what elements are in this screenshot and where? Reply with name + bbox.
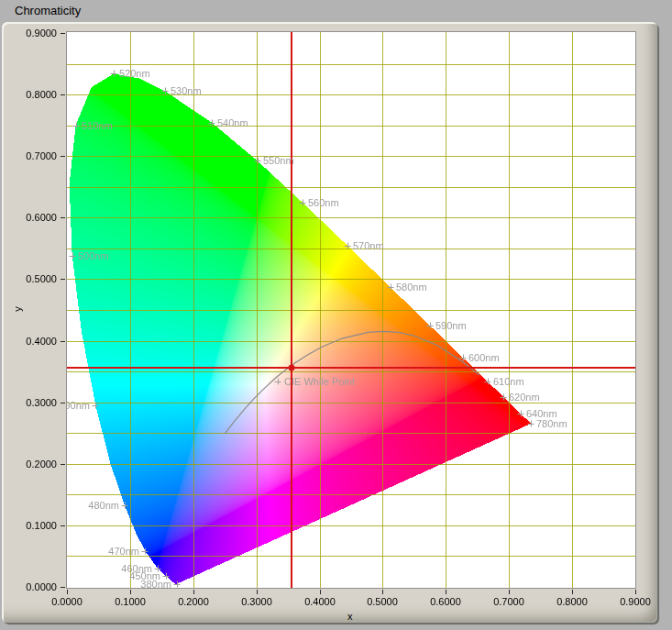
- x-tick-label: 0.9000: [612, 596, 658, 608]
- x-tick-mark: [67, 590, 68, 594]
- y-tick-label: 0.9000: [13, 28, 57, 39]
- x-tick-label: 0.2000: [171, 596, 216, 608]
- x-tick-label: 0.4000: [297, 596, 343, 608]
- x-tick-label: 0.5000: [359, 596, 405, 608]
- y-axis-title: y: [12, 306, 23, 312]
- y-tick-label: 0.6000: [13, 212, 57, 224]
- x-tick-label: 0.3000: [234, 596, 280, 608]
- x-axis-title: x: [347, 611, 353, 622]
- y-tick-label: 0.4000: [13, 336, 57, 348]
- y-tick-label: 0.8000: [13, 89, 57, 101]
- x-tick-mark: [446, 590, 446, 594]
- y-tick-mark: [61, 464, 65, 465]
- y-tick-label: 0.5000: [13, 273, 57, 285]
- x-tick-mark: [257, 590, 258, 594]
- y-tick-mark: [61, 217, 65, 218]
- x-tick-label: 0.7000: [486, 596, 532, 608]
- x-tick-mark: [130, 590, 131, 594]
- x-tick-mark: [635, 590, 636, 594]
- chart-panel: 380nm450nm460nm470nm480nm490nm500nm510nm…: [2, 22, 657, 623]
- x-tick-mark: [320, 590, 321, 594]
- y-tick-label: 0.1000: [13, 520, 57, 532]
- y-tick-mark: [61, 341, 65, 342]
- window-title: Chromaticity: [15, 4, 81, 17]
- x-tick-mark: [193, 590, 194, 594]
- y-tick-label: 0.2000: [13, 459, 57, 470]
- app-window: { "window": { "title": "Chromaticity", "…: [0, 0, 672, 630]
- x-tick-label: 0.1000: [107, 596, 153, 608]
- y-tick-mark: [61, 156, 65, 157]
- y-tick-label: 0.7000: [13, 150, 57, 162]
- y-tick-label: 0.0000: [13, 581, 57, 593]
- x-tick-mark: [572, 590, 573, 594]
- x-tick-label: 0.6000: [423, 596, 468, 608]
- x-tick-label: 0.8000: [549, 596, 595, 608]
- y-tick-label: 0.3000: [13, 397, 57, 409]
- y-tick-mark: [61, 587, 65, 588]
- y-tick-mark: [61, 525, 65, 526]
- y-tick-mark: [61, 94, 65, 95]
- y-tick-mark: [61, 33, 65, 34]
- x-tick-label: 0.0000: [44, 596, 90, 608]
- x-tick-mark: [382, 590, 383, 594]
- plot-area: 380nm450nm460nm470nm480nm490nm500nm510nm…: [66, 31, 636, 589]
- x-tick-mark: [509, 590, 510, 594]
- y-tick-mark: [61, 279, 65, 280]
- chromaticity-canvas[interactable]: [67, 32, 635, 588]
- y-tick-mark: [61, 403, 65, 403]
